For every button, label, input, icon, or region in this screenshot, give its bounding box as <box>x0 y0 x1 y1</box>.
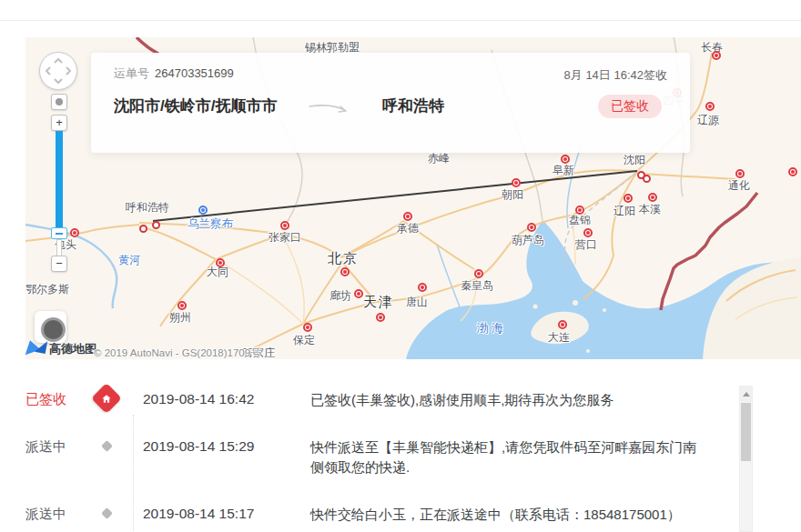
city-marker-icon <box>474 269 483 278</box>
map-label: 天津 <box>363 294 394 311</box>
map-label: 承德 <box>397 221 419 236</box>
scrollbar-up-button[interactable] <box>740 386 752 401</box>
city-marker-icon <box>583 228 593 237</box>
map-label: 渤海 <box>477 320 506 336</box>
map-attribution: © 2019 AutoNavi - GS(2018)1709号 <box>94 346 261 359</box>
map-label: 张家口 <box>269 230 301 246</box>
city-marker-icon <box>177 301 187 310</box>
map-label: 廊坊 <box>330 288 351 304</box>
city-marker-icon <box>70 228 79 237</box>
map-label: 北京 <box>328 250 359 267</box>
map-label: 辽阳 <box>613 204 635 219</box>
timeline-description: 快件交给白小玉，正在派送途中（联系电话：18548175001） <box>310 505 707 525</box>
timeline-status: 派送中 <box>0 505 70 522</box>
city-marker-icon <box>558 320 567 329</box>
waybill-number: 264703351699 <box>155 66 234 80</box>
city-marker-icon <box>788 167 797 176</box>
map-label: 保定 <box>293 333 315 348</box>
city-marker-icon <box>340 267 350 276</box>
timeline-row: 派送中 2019-08-14 15:17 快件交给白小玉，正在派送途中（联系电话… <box>0 505 737 525</box>
timeline-row: 派送中 2019-08-14 15:29 快件派送至【丰巢智能快递柜】,请您凭取… <box>0 437 737 477</box>
amap-logo-text: 高德地图 <box>49 341 96 357</box>
map-label: 鄂尔多斯 <box>25 282 69 297</box>
city-marker-icon <box>735 169 745 178</box>
map-label: 沈阳 <box>624 153 645 168</box>
timeline-time: 2019-08-14 15:17 <box>143 505 279 522</box>
route-arrow-icon <box>308 100 351 120</box>
map-label: 秦皇岛 <box>461 278 493 294</box>
map-label: 营口 <box>575 237 597 253</box>
map-label: 本溪 <box>639 202 661 217</box>
scrollbar-thumb[interactable] <box>741 403 751 461</box>
zoom-in-button[interactable]: + <box>51 115 67 131</box>
city-marker-blue-icon <box>198 206 208 215</box>
timeline-node-icon <box>101 507 113 519</box>
zoom-slider-track-lower[interactable] <box>56 239 62 257</box>
timeline-description: 快件派送至【丰巢智能快递柜】,请您凭取件码至河畔嘉园东门南侧领取您的快递. <box>310 437 707 477</box>
delivered-time: 8月 14日 16:42签收 <box>564 67 667 84</box>
timeline-icon-col <box>70 505 143 517</box>
timeline-row: 已签收 2019-08-14 16:42 已签收(丰巢签收),感谢使用顺丰,期待… <box>0 390 737 410</box>
zoom-out-button[interactable]: − <box>51 256 67 272</box>
city-marker-icon <box>575 206 584 215</box>
city-marker-icon <box>418 283 427 292</box>
timeline-icon-col <box>70 390 143 409</box>
map-label: 盘锦 <box>569 213 591 228</box>
route-endpoint-icon <box>643 175 651 183</box>
city-marker-icon <box>705 102 715 111</box>
waybill-card: 运单号264703351699 8月 14日 16:42签收 沈阳市/铁岭市/抚… <box>91 53 690 153</box>
locate-button[interactable] <box>51 94 67 110</box>
map-label: 唐山 <box>406 295 428 310</box>
map-label: 朔州 <box>169 310 191 326</box>
city-marker-icon <box>712 51 721 60</box>
map-label: 辽源 <box>697 113 719 128</box>
city-marker-icon <box>216 258 225 267</box>
city-marker-icon <box>403 212 412 221</box>
map-pan-control[interactable] <box>39 52 77 90</box>
page-divider <box>0 20 801 21</box>
map-label: 乌兰察布 <box>188 216 233 232</box>
amap-logo[interactable]: 高德地图 <box>27 340 96 357</box>
timeline-node-icon <box>101 440 113 452</box>
city-marker-icon <box>527 223 536 232</box>
city-marker-icon <box>648 193 657 202</box>
city-marker-icon <box>303 323 312 332</box>
map-label: 黄河 <box>118 253 140 268</box>
map-label: 大连 <box>548 330 570 346</box>
timeline-time: 2019-08-14 16:42 <box>143 390 279 407</box>
origin-city: 沈阳市/铁岭市/抚顺市市 <box>114 93 296 120</box>
timeline-rows: 已签收 2019-08-14 16:42 已签收(丰巢签收),感谢使用顺丰,期待… <box>0 375 737 532</box>
map-label: 朝阳 <box>502 187 523 203</box>
timeline-description: 已签收(丰巢签收),感谢使用顺丰,期待再次为您服务 <box>310 390 707 410</box>
city-marker-icon <box>354 289 363 298</box>
city-marker-icon <box>512 178 521 187</box>
timeline-status: 已签收 <box>0 390 70 407</box>
city-marker-icon <box>624 194 633 203</box>
zoom-slider-track[interactable] <box>56 131 63 229</box>
timeline-scrollbar[interactable] <box>739 386 753 532</box>
tracking-timeline: 已签收 2019-08-14 16:42 已签收(丰巢签收),感谢使用顺丰,期待… <box>0 375 737 532</box>
destination-city: 呼和浩特 <box>382 93 444 120</box>
map-label: 赤峰 <box>428 151 450 166</box>
amap-plane-icon <box>27 340 47 357</box>
map-label: 通化 <box>728 178 750 194</box>
waybill-label: 运单号 <box>114 66 149 80</box>
city-marker-icon <box>376 313 385 322</box>
map-label: 葫芦岛 <box>512 233 544 248</box>
city-marker-icon <box>561 155 570 164</box>
waybill-number-row: 运单号264703351699 <box>114 65 234 82</box>
delivered-house-icon <box>91 383 122 414</box>
zoom-slider-handle[interactable] <box>51 227 67 239</box>
map-label: 阜新 <box>553 163 574 178</box>
pan-arrows-icon <box>40 53 76 89</box>
tracking-page: 锡林郭勒盟长春四平辽源通化沈阳阜新朝阳赤峰承德葫芦岛盘锦辽阳本溪营口秦皇岛唐山天… <box>0 0 801 532</box>
map-label: 呼和浩特 <box>126 200 169 216</box>
map-mode-button[interactable] <box>35 311 66 343</box>
timeline-icon-col <box>70 437 143 450</box>
city-marker-icon <box>280 221 289 230</box>
timeline-status: 派送中 <box>0 437 70 455</box>
route-endpoint-icon <box>139 225 147 233</box>
status-badge: 已签收 <box>598 95 662 118</box>
timeline-time: 2019-08-14 15:29 <box>143 437 279 455</box>
route-endpoint-icon <box>152 221 160 229</box>
